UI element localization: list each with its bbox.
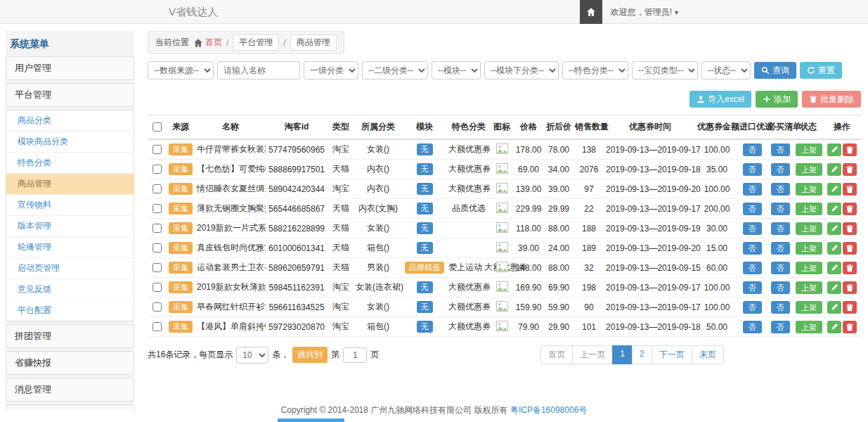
sidebar-subitem[interactable]: 启动页管理 <box>6 258 134 279</box>
import-select-toggle[interactable]: 否 <box>743 143 762 156</box>
status-button[interactable]: 上架 <box>796 183 822 196</box>
delete-button[interactable] <box>843 222 857 235</box>
status-button[interactable]: 上架 <box>796 281 822 294</box>
edit-button[interactable] <box>827 183 841 196</box>
delete-button[interactable] <box>843 143 857 156</box>
sidebar-item[interactable]: 平台管理 <box>6 83 134 107</box>
edit-button[interactable] <box>827 143 841 156</box>
row-checkbox[interactable] <box>153 322 162 331</box>
page-button[interactable]: 1 <box>612 345 633 364</box>
edit-button[interactable] <box>827 163 841 176</box>
reset-button[interactable]: 重置 <box>800 62 842 79</box>
import-select-toggle[interactable]: 否 <box>743 242 762 255</box>
status-button[interactable]: 上架 <box>796 262 822 274</box>
filter-select[interactable]: --状态-- <box>701 61 751 79</box>
sidebar-subitem[interactable]: 商品分类 <box>6 110 134 132</box>
import-select-toggle[interactable]: 否 <box>743 262 762 274</box>
user-menu[interactable]: 欢迎您，管理员! ▾ <box>611 6 678 18</box>
sidebar-subitem[interactable]: 平台配置 <box>6 300 134 321</box>
must-buy-toggle[interactable]: 否 <box>771 203 790 215</box>
delete-button[interactable] <box>843 281 857 294</box>
page-button[interactable]: 首页 <box>540 345 573 364</box>
jump-button[interactable]: 跳转到 <box>292 347 328 363</box>
status-button[interactable]: 上架 <box>796 163 822 176</box>
name-search-input[interactable] <box>217 61 300 79</box>
edit-button[interactable] <box>827 281 841 294</box>
breadcrumb-home-link[interactable]: 首页 <box>193 37 222 49</box>
per-page-select[interactable]: 10 <box>236 347 268 364</box>
add-button[interactable]: 添加 <box>756 91 798 108</box>
page-button[interactable]: 2 <box>632 345 652 364</box>
must-buy-toggle[interactable]: 否 <box>771 183 790 196</box>
status-button[interactable]: 上架 <box>796 242 822 255</box>
sidebar-subitem[interactable]: 商品管理 <box>6 174 134 195</box>
sidebar-item[interactable]: 省赚快报 <box>6 351 134 375</box>
row-checkbox[interactable] <box>153 263 162 272</box>
scrollbar-thumb[interactable] <box>278 418 344 422</box>
edit-button[interactable] <box>827 242 841 255</box>
filter-select[interactable]: --二级分类-- <box>362 61 428 79</box>
status-button[interactable]: 上架 <box>796 143 822 156</box>
edit-button[interactable] <box>827 262 841 274</box>
must-buy-toggle[interactable]: 否 <box>771 301 790 314</box>
sidebar-item[interactable]: 用户管理 <box>6 56 134 80</box>
filter-select[interactable]: --数据来源-- <box>148 61 214 79</box>
filter-select[interactable]: --模块-- <box>432 61 481 79</box>
edit-button[interactable] <box>827 222 841 235</box>
row-checkbox[interactable] <box>153 204 162 213</box>
delete-button[interactable] <box>843 301 857 314</box>
delete-button[interactable] <box>843 183 857 196</box>
import-select-toggle[interactable]: 否 <box>743 281 762 294</box>
filter-select[interactable]: --宝贝类型-- <box>632 61 698 79</box>
sidebar-subitem[interactable]: 模块商品分类 <box>6 132 134 153</box>
sidebar-subitem[interactable]: 轮播管理 <box>6 237 134 258</box>
page-button[interactable]: 上一页 <box>572 345 613 364</box>
filter-select[interactable]: --模块下分类-- <box>484 61 559 79</box>
sidebar-subitem[interactable]: 宣传物料 <box>6 195 134 216</box>
select-all-checkbox[interactable] <box>153 122 162 132</box>
delete-button[interactable] <box>843 321 857 333</box>
sidebar-item[interactable]: 消息管理 <box>6 378 134 402</box>
must-buy-toggle[interactable]: 否 <box>771 321 790 333</box>
sidebar-item[interactable]: 拼团管理 <box>6 324 134 348</box>
page-button[interactable]: 下一页 <box>652 345 692 364</box>
sidebar-subitem[interactable]: 版本管理 <box>6 216 134 237</box>
import-select-toggle[interactable]: 否 <box>743 222 762 235</box>
import-select-toggle[interactable]: 否 <box>743 183 762 196</box>
batch-delete-button[interactable]: 批量删除 <box>802 91 861 108</box>
edit-button[interactable] <box>827 321 841 333</box>
edit-button[interactable] <box>827 203 841 215</box>
row-checkbox[interactable] <box>153 243 162 252</box>
must-buy-toggle[interactable]: 否 <box>771 242 790 255</box>
import-select-toggle[interactable]: 否 <box>743 163 762 176</box>
import-select-toggle[interactable]: 否 <box>743 321 762 333</box>
search-button[interactable]: 查询 <box>754 62 796 79</box>
delete-button[interactable] <box>843 262 857 274</box>
row-checkbox[interactable] <box>153 165 162 174</box>
status-button[interactable]: 上架 <box>796 222 822 235</box>
filter-select[interactable]: 一级分类 <box>304 61 358 79</box>
sidebar-subitem[interactable]: 特色分类 <box>6 153 134 174</box>
status-button[interactable]: 上架 <box>796 301 822 314</box>
home-button[interactable] <box>580 0 602 24</box>
status-button[interactable]: 上架 <box>796 203 822 215</box>
delete-button[interactable] <box>843 203 857 215</box>
row-checkbox[interactable] <box>153 224 162 233</box>
delete-button[interactable] <box>843 163 857 176</box>
sidebar-subitem[interactable]: 意见反馈 <box>6 279 134 300</box>
must-buy-toggle[interactable]: 否 <box>771 143 790 156</box>
row-checkbox[interactable] <box>153 184 162 193</box>
row-checkbox[interactable] <box>153 302 162 312</box>
row-checkbox[interactable] <box>153 283 162 292</box>
delete-button[interactable] <box>843 242 857 255</box>
import-select-toggle[interactable]: 否 <box>743 301 762 314</box>
must-buy-toggle[interactable]: 否 <box>771 262 790 274</box>
page-number-input[interactable] <box>343 347 367 363</box>
breadcrumb-item-platform[interactable]: 平台管理 <box>233 34 279 51</box>
icp-link[interactable]: 粤ICP备16098006号 <box>510 405 587 415</box>
must-buy-toggle[interactable]: 否 <box>771 222 790 235</box>
status-button[interactable]: 上架 <box>796 321 822 333</box>
import-excel-button[interactable]: 导入excel <box>689 91 751 108</box>
page-button[interactable]: 末页 <box>692 345 724 364</box>
row-checkbox[interactable] <box>153 145 162 154</box>
